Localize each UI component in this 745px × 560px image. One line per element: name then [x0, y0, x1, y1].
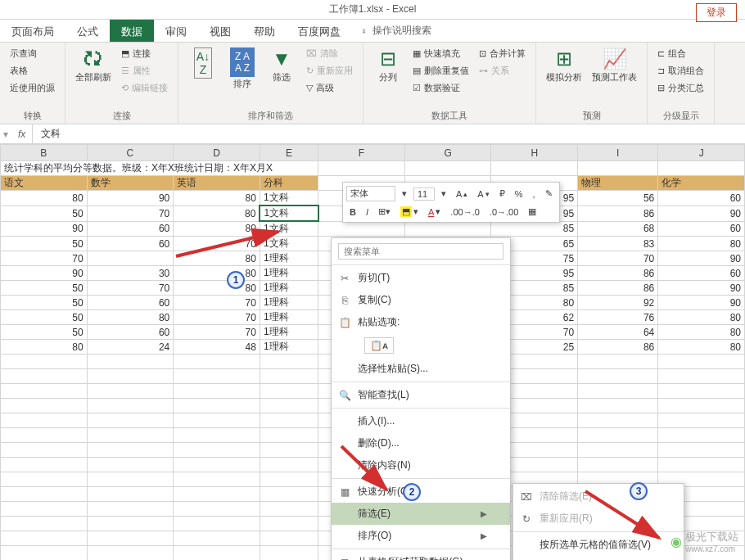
tell-me-search[interactable]: ♀ 操作说明搜索 — [352, 20, 440, 42]
paste-option-normal[interactable]: 📋ᴀ — [332, 333, 510, 358]
header-cell-C[interactable]: 数学 — [87, 176, 174, 191]
cell[interactable]: 56 — [578, 191, 658, 206]
what-if-button[interactable]: ⊞ 模拟分析 — [543, 46, 585, 84]
remove-duplicates-button[interactable]: ▤删除重复值 — [409, 63, 472, 79]
data-validation-button[interactable]: ☑数据验证 — [409, 80, 472, 96]
clear-filter-button[interactable]: ⌧清除 — [303, 46, 356, 61]
cell[interactable]: 1文科 — [260, 191, 318, 206]
menu-sort[interactable]: 排序(O)▶ — [332, 525, 510, 547]
cell[interactable]: 1理科 — [260, 251, 318, 266]
cell[interactable]: 80 — [658, 310, 745, 325]
menu-filter[interactable]: 筛选(E)▶ — [332, 503, 510, 525]
cell[interactable]: 1理科 — [260, 325, 318, 340]
tab-help[interactable]: 帮助 — [242, 20, 287, 42]
login-button[interactable]: 登录 — [696, 3, 737, 22]
cell[interactable]: 70 — [174, 296, 260, 310]
cell[interactable]: 86 — [578, 340, 658, 355]
bold-icon[interactable]: B — [346, 205, 359, 219]
cell[interactable]: 50 — [1, 205, 88, 221]
cell[interactable]: 50 — [1, 325, 88, 340]
name-box-dropdown[interactable]: ▾ — [0, 129, 11, 140]
cell[interactable]: 60 — [87, 296, 174, 310]
cell[interactable]: 64 — [578, 325, 658, 340]
filter-button[interactable]: ▼ 筛选 — [264, 46, 300, 84]
ungroup-button[interactable]: ⊐取消组合 — [654, 63, 707, 79]
refresh-all-button[interactable]: 🗘 全部刷新 — [72, 46, 115, 84]
cell[interactable]: 80 — [174, 191, 260, 206]
cell[interactable]: 1文科 — [260, 221, 318, 237]
cell[interactable]: 60 — [658, 221, 745, 237]
merge-center-icon[interactable]: ▦ — [525, 205, 540, 219]
consolidate-button[interactable]: ⊡合并计算 — [476, 46, 529, 61]
reapply-filter-button[interactable]: ↻重新应用 — [303, 63, 356, 79]
italic-icon[interactable]: I — [363, 205, 372, 219]
col-header-F[interactable]: F — [318, 145, 405, 161]
font-dropdown-icon[interactable]: ▾ — [399, 187, 410, 201]
cell[interactable]: 90 — [658, 281, 745, 296]
tab-page-layout[interactable]: 页面布局 — [0, 20, 65, 42]
font-name-selector[interactable]: 宋体 — [346, 186, 395, 201]
cell[interactable]: 70 — [174, 310, 260, 325]
cell[interactable]: 76 — [578, 310, 658, 325]
cell[interactable]: 90 — [658, 296, 745, 310]
header-cell-B[interactable]: 语文 — [1, 176, 88, 191]
cell[interactable] — [318, 221, 405, 237]
cell[interactable]: 68 — [578, 221, 658, 237]
cell[interactable]: 80 — [174, 281, 260, 296]
show-queries-button[interactable]: 示查询 — [7, 46, 58, 61]
increase-decimal-icon[interactable]: .0→.00 — [486, 205, 522, 219]
cell[interactable]: 1理科 — [260, 310, 318, 325]
format-painter-icon[interactable]: ✎ — [542, 187, 556, 201]
relationships-button[interactable]: ⊶关系 — [476, 63, 529, 79]
cell[interactable]: 86 — [578, 205, 658, 221]
menu-quick-analysis[interactable]: ▦快速分析(Q) — [332, 481, 510, 503]
cell[interactable]: 1理科 — [260, 340, 318, 355]
cell[interactable]: 80 — [174, 266, 260, 281]
subtotal-button[interactable]: ⊟分类汇总 — [654, 80, 707, 96]
cell[interactable]: 80 — [658, 325, 745, 340]
accounting-format-icon[interactable]: ₽ — [496, 187, 508, 201]
cell[interactable]: 92 — [578, 296, 658, 310]
col-header-G[interactable]: G — [404, 145, 491, 161]
from-table-button[interactable]: 表格 — [7, 63, 58, 79]
menu-insert[interactable]: 插入(I)... — [332, 410, 510, 432]
comma-format-icon[interactable]: , — [529, 187, 538, 201]
submenu-filter-by-value[interactable]: 按所选单元格的值筛选(V) — [513, 534, 684, 556]
edit-links-button[interactable]: ⟲编辑链接 — [118, 80, 171, 96]
cell[interactable]: 1文科 — [260, 237, 318, 251]
menu-clear[interactable]: 清除内容(N) — [332, 454, 510, 476]
info-row[interactable]: 统计学科的平均分等数据。班级：X年X班统计日期：X年X月X — [1, 161, 318, 176]
context-search-input[interactable] — [338, 243, 503, 260]
cell[interactable]: 48 — [174, 340, 260, 355]
col-header-H[interactable]: H — [491, 145, 578, 161]
cell[interactable]: 90 — [1, 221, 88, 237]
cell[interactable]: 90 — [658, 205, 745, 221]
sort-asc-button[interactable]: A↓Z — [185, 46, 221, 82]
percent-format-icon[interactable]: % — [512, 187, 526, 201]
cell[interactable]: 80 — [174, 251, 260, 266]
tab-view[interactable]: 视图 — [198, 20, 242, 42]
connections-button[interactable]: ⬒连接 — [118, 46, 171, 61]
formula-input[interactable]: 文科 — [33, 127, 745, 141]
header-cell-I[interactable]: 物理 — [578, 176, 658, 191]
col-header-B[interactable]: B — [1, 145, 88, 161]
tab-baidu[interactable]: 百度网盘 — [287, 20, 352, 42]
header-cell-D[interactable]: 英语 — [174, 176, 260, 191]
cell[interactable]: 80 — [87, 310, 174, 325]
cell[interactable]: 24 — [87, 340, 174, 355]
decrease-font-icon[interactable]: A▾ — [474, 187, 492, 201]
border-icon[interactable]: ⊞▾ — [375, 205, 394, 219]
cell[interactable]: 90 — [87, 191, 174, 206]
font-size-selector[interactable]: 11 — [413, 187, 435, 201]
cell[interactable]: 90 — [658, 251, 745, 266]
submenu-clear-filter[interactable]: ⌧清除筛选(E) — [513, 485, 684, 508]
col-header-J[interactable]: J — [658, 145, 745, 161]
increase-font-icon[interactable]: A▴ — [453, 187, 471, 201]
menu-delete[interactable]: 删除(D)... — [332, 432, 510, 454]
cell[interactable]: 1文科 — [260, 205, 318, 221]
flash-fill-button[interactable]: ▦快速填充 — [409, 46, 472, 61]
recent-sources-button[interactable]: 近使用的源 — [7, 80, 58, 96]
advanced-filter-button[interactable]: ▽高级 — [303, 80, 356, 96]
forecast-sheet-button[interactable]: 📈 预测工作表 — [589, 46, 640, 84]
cell[interactable] — [87, 251, 174, 266]
